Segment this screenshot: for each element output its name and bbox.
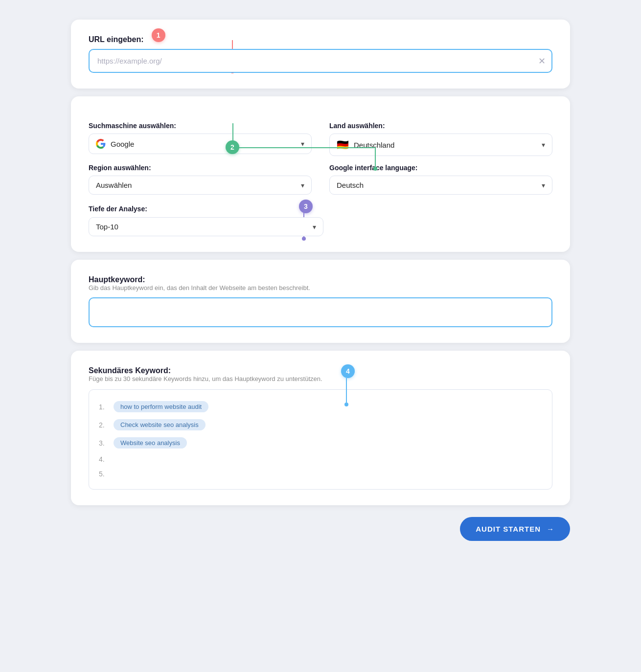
- url-input-wrapper: ✕: [89, 49, 552, 73]
- audit-button-arrow: →: [547, 525, 554, 533]
- item-number: 5.: [99, 470, 108, 478]
- lang-chevron: ▾: [542, 181, 545, 189]
- hauptkeyword-title: Hauptkeyword:: [89, 275, 145, 284]
- country-select[interactable]: 🇩🇪 Deutschland ▾: [329, 134, 552, 156]
- item-number: 1.: [99, 403, 108, 411]
- search-engine-chevron: ▾: [301, 140, 304, 148]
- list-item: 5.: [99, 467, 542, 481]
- clear-icon[interactable]: ✕: [538, 56, 546, 67]
- keyword-tag[interactable]: Website seo analysis: [114, 437, 187, 448]
- google-icon: [96, 139, 106, 149]
- lang-value: Deutsch: [337, 181, 537, 189]
- sekundares-hint: Füge bis zu 30 sekundäre Keywords hinzu,…: [89, 375, 552, 382]
- search-engine-label: Suchmaschine auswählen:: [89, 122, 312, 130]
- list-item: 2.Check website seo analysis: [99, 416, 542, 434]
- search-engine-group: Suchmaschine auswählen: Google ▾: [89, 122, 312, 156]
- item-number: 2.: [99, 421, 108, 429]
- keyword-tag[interactable]: how to perform website audit: [114, 401, 208, 412]
- top-dropdowns-row: Suchmaschine auswählen: Google ▾ Land au…: [89, 122, 552, 156]
- keywords-list: 1.how to perform website audit2.Check we…: [89, 389, 552, 490]
- url-input[interactable]: [89, 49, 552, 73]
- region-value: Auswählen: [96, 181, 296, 189]
- search-engine-select[interactable]: Google ▾: [89, 134, 312, 154]
- search-engine-value: Google: [111, 140, 296, 148]
- region-group: Region auswählen: Auswählen ▾: [89, 164, 312, 195]
- lang-group: Google interface language: Deutsch ▾: [329, 164, 552, 195]
- page-container: URL eingeben: 1 ✕ Suchmaschine auswählen…: [61, 10, 580, 551]
- step-badge-3: 3: [299, 200, 313, 213]
- step-badge-2: 2: [226, 140, 239, 154]
- hauptkeyword-input[interactable]: [89, 297, 552, 327]
- audit-button-row: AUDIT STARTEN →: [71, 517, 570, 541]
- depth-section: 3 Tiefe der Analyse: Top-10 ▾: [89, 204, 552, 236]
- country-group: Land auswählen: 🇩🇪 Deutschland ▾: [329, 122, 552, 156]
- country-chevron: ▾: [542, 141, 545, 149]
- audit-start-button[interactable]: AUDIT STARTEN →: [460, 517, 570, 541]
- keyword-tag[interactable]: Check website seo analysis: [114, 419, 206, 430]
- lang-label: Google interface language:: [329, 164, 552, 172]
- list-item: 3.Website seo analysis: [99, 434, 542, 452]
- list-item: 4.: [99, 452, 542, 467]
- item-number: 3.: [99, 439, 108, 447]
- step-badge-1: 1: [152, 28, 165, 42]
- sekundares-title: Sekundäres Keyword:: [89, 366, 171, 375]
- url-card: URL eingeben: 1 ✕: [71, 20, 570, 89]
- depth-label: Tiefe der Analyse:: [89, 205, 147, 213]
- item-number: 4.: [99, 455, 108, 463]
- region-select[interactable]: Auswählen ▾: [89, 176, 312, 195]
- region-chevron: ▾: [301, 181, 304, 189]
- hauptkeyword-card: Hauptkeyword: Gib das Hauptkeyword ein, …: [71, 260, 570, 343]
- depth-chevron: ▾: [313, 223, 316, 231]
- sekundares-card: Sekundäres Keyword: 4 Füge bis zu 30 sek…: [71, 351, 570, 505]
- dropdowns-card: Suchmaschine auswählen: Google ▾ Land au…: [71, 96, 570, 252]
- list-item: 1.how to perform website audit: [99, 398, 542, 416]
- step-badge-4: 4: [341, 364, 355, 378]
- country-value: Deutschland: [354, 141, 537, 149]
- hauptkeyword-hint: Gib das Hauptkeyword ein, das den Inhalt…: [89, 284, 552, 291]
- country-flag: 🇩🇪: [337, 139, 349, 151]
- depth-select[interactable]: Top-10 ▾: [89, 217, 323, 236]
- depth-value: Top-10: [96, 223, 308, 231]
- url-label: URL eingeben:: [89, 35, 144, 44]
- lang-select[interactable]: Deutsch ▾: [329, 176, 552, 195]
- bottom-dropdowns-row: Region auswählen: Auswählen ▾ Google int…: [89, 164, 552, 195]
- region-label: Region auswählen:: [89, 164, 312, 172]
- country-label: Land auswählen:: [329, 122, 552, 130]
- audit-button-label: AUDIT STARTEN: [476, 525, 541, 533]
